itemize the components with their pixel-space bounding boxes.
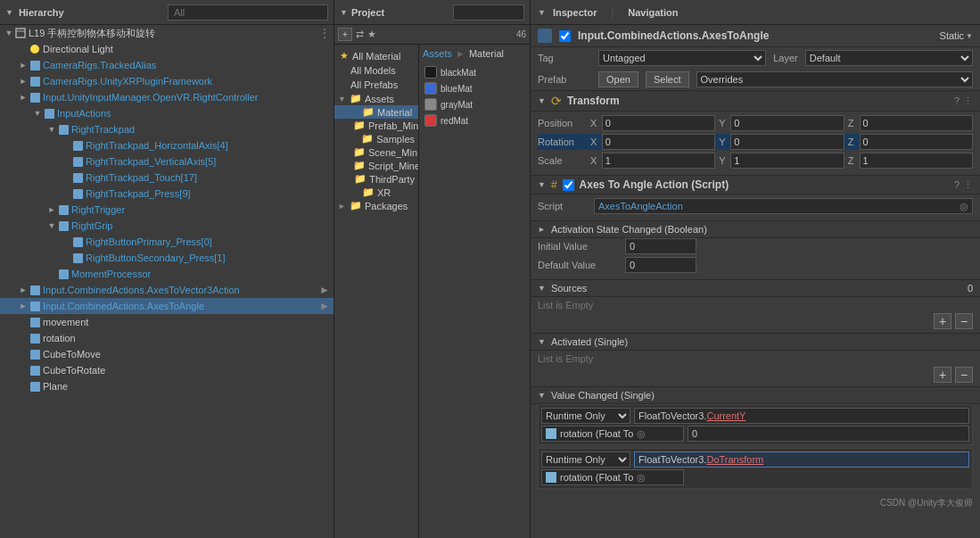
rotation-x-input[interactable] xyxy=(602,134,715,150)
tree-item-input-actions[interactable]: ▼ InputActions xyxy=(0,105,334,121)
sources-add-btn[interactable]: + xyxy=(934,313,951,329)
add-folder-btn[interactable]: + xyxy=(338,28,352,41)
scale-x-input[interactable] xyxy=(602,153,715,169)
rotation-z-input[interactable] xyxy=(860,134,973,150)
mat-gray[interactable]: grayMat xyxy=(423,96,526,112)
position-y-input[interactable] xyxy=(730,115,844,131)
vc-mode-select-1[interactable]: Runtime Only xyxy=(541,408,630,424)
question-icon[interactable]: ? xyxy=(954,179,959,191)
activated-empty-label: List is Empty xyxy=(538,351,973,367)
vc-method-highlight-2: DoTransform xyxy=(706,454,763,465)
breadcrumb-material[interactable]: Material xyxy=(469,48,504,59)
mat-blue[interactable]: blueMat xyxy=(423,80,526,96)
material-folder[interactable]: 📁 Material xyxy=(334,105,418,119)
project-search[interactable] xyxy=(453,4,524,21)
script-expand-icon[interactable]: ▼ xyxy=(538,180,546,189)
fav-prefabs[interactable]: All Prefabs xyxy=(334,78,418,92)
assets-folder[interactable]: ▼ 📁 Assets xyxy=(334,92,418,105)
tree-item-rth[interactable]: RightTrackpad_HorizontalAxis[4] xyxy=(0,137,334,153)
thirdparty-folder[interactable]: 📁 ThirdParty xyxy=(334,172,418,186)
cube-icon xyxy=(29,380,41,393)
cube-icon xyxy=(29,59,41,71)
align-icon[interactable]: ⋮ xyxy=(963,95,973,107)
vc-expand-icon[interactable]: ▼ xyxy=(538,391,546,400)
layer-select[interactable]: Default xyxy=(805,50,973,66)
breadcrumb-assets[interactable]: Assets xyxy=(423,48,452,59)
overrides-select[interactable]: Overrides xyxy=(696,71,974,87)
select-button[interactable]: Select xyxy=(646,71,689,87)
tree-item-plane[interactable]: Plane xyxy=(0,378,334,394)
tree-item-rbs[interactable]: RightButtonSecondary_Press[1] xyxy=(0,250,334,266)
tree-item-cube-rotate[interactable]: CubeToRotate xyxy=(0,362,334,378)
initial-value-label: Initial Value xyxy=(538,241,618,252)
samples-folder[interactable]: 📁 Samples xyxy=(334,132,418,145)
tree-item-vector3action[interactable]: ► Input.CombinedActions.AxesToVector3Act… xyxy=(0,282,334,298)
tree-item-right-trigger[interactable]: ► RightTrigger xyxy=(0,202,334,218)
tree-item-rbp[interactable]: RightButtonPrimary_Press[0] xyxy=(0,234,334,250)
vc-mode-select-2[interactable]: Runtime Only xyxy=(541,451,630,468)
circle-icon[interactable]: ◎ xyxy=(637,428,646,440)
mat-red[interactable]: redMat xyxy=(423,112,526,128)
transform-expand-icon[interactable]: ▼ xyxy=(538,96,546,105)
mat-black[interactable]: blackMat xyxy=(423,64,526,80)
transform-title: Transform xyxy=(567,95,620,107)
object-active-checkbox[interactable] xyxy=(559,30,571,42)
item-menu-btn[interactable]: ⋮ xyxy=(319,27,334,39)
tree-item-rtt[interactable]: RightTrackpad_Touch[17] xyxy=(0,170,334,186)
vc-value-input-1[interactable] xyxy=(688,426,969,442)
static-toggle[interactable]: Static ▼ xyxy=(940,30,973,41)
activated-expand-icon[interactable]: ▼ xyxy=(538,337,546,346)
settings-icon[interactable]: ⋮ xyxy=(963,179,973,191)
tree-item-moment[interactable]: MomentProcessor xyxy=(0,266,334,282)
fav-models[interactable]: All Models xyxy=(334,63,418,78)
tree-item-label: movement xyxy=(43,317,88,327)
tree-item-cube-move[interactable]: CubeToMove xyxy=(0,346,334,362)
item-menu-btn[interactable]: ► xyxy=(319,300,334,312)
tree-item-camera1[interactable]: ► CameraRigs.TrackedAlias xyxy=(0,57,334,73)
rotation-y-input[interactable] xyxy=(730,134,844,150)
tree-item-label: Input.CombinedActions.AxesToVector3Actio… xyxy=(43,285,240,295)
script-ref-field[interactable]: AxesToAngleAction ◎ xyxy=(594,198,973,214)
scale-y-input[interactable] xyxy=(730,153,844,169)
act-expand-icon[interactable]: ► xyxy=(538,225,546,234)
open-button[interactable]: Open xyxy=(598,71,638,87)
tree-item-root[interactable]: ▼ L19 手柄控制物体移动和旋转 ⋮ xyxy=(0,25,334,41)
script-folder[interactable]: 📁 Script_Mine xyxy=(334,159,418,172)
default-value-input[interactable] xyxy=(625,257,696,273)
script-active-checkbox[interactable] xyxy=(563,179,574,191)
favorites-header[interactable]: ★ All Material xyxy=(334,48,418,63)
vc-obj-1[interactable]: rotation (Float To ◎ xyxy=(541,426,684,442)
item-menu-btn[interactable]: ► xyxy=(319,284,334,296)
initial-value-input[interactable] xyxy=(625,238,696,254)
folder-expand-icon: ▼ xyxy=(338,95,347,103)
circle-icon[interactable]: ◎ xyxy=(959,201,968,212)
tree-item-input-manager[interactable]: ► Input.UnityInputManager.OpenVR.RightCo… xyxy=(0,89,334,105)
tree-item-axestoangle[interactable]: ► Input.CombinedActions.AxesToAngle ► xyxy=(0,298,334,314)
tree-item-light[interactable]: Directional Light xyxy=(0,41,334,57)
tree-item-rtp[interactable]: RightTrackpad_Press[9] xyxy=(0,186,334,202)
cube-icon xyxy=(57,123,70,136)
tree-item-right-trackpad[interactable]: ▼ RightTrackpad xyxy=(0,121,334,137)
tree-item-right-grip[interactable]: ▼ RightGrip xyxy=(0,218,334,234)
packages-folder[interactable]: ► 📁 Packages xyxy=(334,199,418,212)
xr-folder[interactable]: 📁 XR xyxy=(334,186,418,199)
vc-entry1-row1: Runtime Only FloatToVector3.CurrentY xyxy=(541,408,969,424)
vc-obj-2[interactable]: rotation (Float To ◎ xyxy=(541,469,684,485)
tree-item-movement[interactable]: movement xyxy=(0,314,334,330)
tree-item-camera2[interactable]: ► CameraRigs.UnityXRPluginFramework xyxy=(0,73,334,89)
scale-z-input[interactable] xyxy=(860,153,973,169)
tree-item-rtv[interactable]: RightTrackpad_VerticalAxis[5] xyxy=(0,153,334,170)
hierarchy-search[interactable] xyxy=(168,4,328,21)
scene-folder[interactable]: 📁 Scene_Min xyxy=(334,145,418,159)
question-icon[interactable]: ? xyxy=(954,95,959,107)
activated-remove-btn[interactable]: − xyxy=(955,367,973,383)
position-z-input[interactable] xyxy=(860,115,973,131)
position-x-input[interactable] xyxy=(602,115,715,131)
tree-item-rotation[interactable]: rotation xyxy=(0,330,334,346)
prefab-folder[interactable]: 📁 Prefab_Min xyxy=(334,119,418,132)
activated-add-btn[interactable]: + xyxy=(934,367,951,383)
sources-remove-btn[interactable]: − xyxy=(955,313,973,329)
tag-select[interactable]: Untagged xyxy=(598,50,766,66)
sources-expand-icon[interactable]: ▼ xyxy=(538,284,546,293)
circle-icon[interactable]: ◎ xyxy=(637,472,646,484)
